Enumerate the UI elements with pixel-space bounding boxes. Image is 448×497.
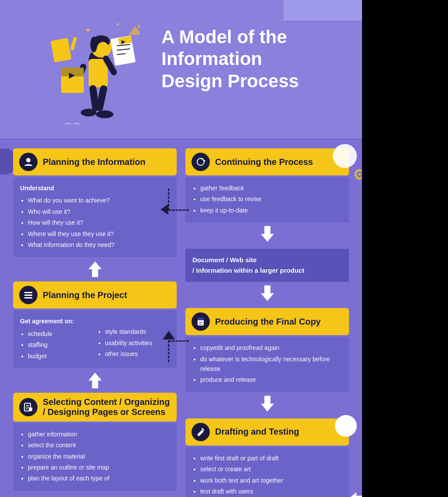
list-item: prepare an outline or site map	[28, 463, 170, 472]
step-header-final-copy: Producing the Final Copy	[185, 308, 349, 335]
list-item: What information do they need?	[28, 240, 170, 250]
step-header-selecting: Selecting Content / Organizing / Designi…	[13, 393, 177, 422]
project-list-2: style standards usability activities oth…	[97, 327, 170, 359]
list-item: budget	[28, 351, 93, 361]
understand-label: Understand	[20, 183, 170, 193]
drafting-list: write first draft or part of draft selec…	[192, 453, 342, 497]
final-copy-title: Producing the Final Copy	[215, 317, 321, 327]
list-item: copyedit and proofread again	[200, 343, 342, 353]
list-item: schedule	[28, 329, 93, 339]
list-item: select or create art	[200, 464, 342, 474]
svg-text:⌒: ⌒	[63, 122, 73, 131]
list-item: plan the layout of each type of	[28, 473, 170, 483]
list-item: gather information	[28, 429, 170, 439]
list-item: other issues	[105, 349, 170, 359]
list-item: keep it up-to-date	[200, 206, 342, 215]
final-copy-list: copyedit and proofread again do whatever…	[192, 343, 342, 385]
step-header-drafting: Drafting and Testing	[185, 418, 349, 446]
content-area: Planning the Information Understand What…	[0, 140, 362, 497]
svg-marker-43	[261, 285, 274, 301]
dashed-line-v-2	[168, 340, 169, 362]
list-item: organize the material	[28, 452, 170, 461]
svg-rect-1	[70, 37, 77, 50]
drafting-icon	[192, 423, 210, 441]
svg-text:✦: ✦	[85, 27, 91, 34]
svg-marker-42	[261, 226, 274, 242]
list-item: staffing	[28, 340, 93, 350]
continuing-title: Continuing the Process	[215, 157, 313, 167]
svg-marker-3	[129, 26, 140, 35]
main-title: A Model of the Information Design Proces…	[161, 26, 349, 92]
svg-rect-39	[29, 408, 32, 411]
project-list-cols: Get agreement on: schedule staffing budg…	[20, 316, 170, 362]
svg-marker-34	[89, 373, 102, 388]
header-section: ⚙	[0, 0, 362, 140]
svg-text:✦: ✦	[116, 21, 120, 27]
document-text: Document / Web site / Information within…	[192, 255, 342, 276]
svg-text:▶: ▶	[69, 71, 75, 79]
arrow-down-2	[13, 373, 177, 388]
planning-info-title: Planning the Information	[43, 157, 146, 167]
step-header-planning-info: Planning the Information	[13, 148, 177, 175]
selecting-list: gather information select the content or…	[20, 429, 170, 483]
svg-rect-33	[24, 297, 32, 298]
step-header-continuing: Continuing the Process	[185, 148, 349, 175]
svg-point-29	[26, 158, 31, 162]
step-header-planning-project: Planning the Project	[13, 281, 177, 308]
continuing-list: gather feedback use feedback to revise k…	[192, 183, 342, 215]
svg-point-23	[81, 109, 96, 117]
circle-white-drafting	[335, 415, 357, 437]
list-item: test draft with users	[200, 487, 342, 496]
planning-info-content: Understand What do you want to achieve? …	[13, 177, 177, 257]
arrow-up-1	[185, 226, 349, 245]
arrow-up-2	[185, 285, 349, 305]
continuing-content: gather feedback use feedback to revise k…	[185, 177, 349, 223]
svg-marker-30	[89, 261, 102, 277]
planning-info-list: What do you want to achieve? Who will us…	[20, 195, 170, 250]
list-item: select the content	[28, 440, 170, 450]
svg-point-7	[90, 37, 97, 52]
planning-info-icon	[19, 153, 38, 171]
arrow-up-3	[185, 396, 349, 415]
list-item: Where will they use they use it?	[28, 229, 170, 239]
planning-project-content: Get agreement on: schedule staffing budg…	[13, 310, 177, 368]
dashed-line-h-2	[169, 340, 189, 342]
circle-white-top-right	[333, 144, 357, 168]
get-agreement-label: Get agreement on:	[20, 316, 93, 326]
main-layout: Planning the Information Understand What…	[13, 148, 349, 497]
list-item: produce and release	[200, 375, 342, 384]
list-item: gather feedback	[200, 183, 342, 193]
list-item: Who will use it?	[28, 207, 170, 216]
selecting-title: Selecting Content / Organizing / Designi…	[43, 397, 171, 417]
continuing-icon	[192, 153, 210, 171]
svg-rect-31	[24, 292, 32, 293]
svg-rect-45	[198, 318, 204, 320]
svg-text:⌒: ⌒	[72, 122, 82, 131]
planning-project-icon	[19, 286, 38, 304]
arrow-up-triangle	[163, 331, 175, 339]
svg-point-24	[96, 110, 113, 118]
list-item: work both text and art together	[200, 476, 342, 485]
list-item: style standards	[105, 327, 170, 336]
selecting-content: gather information select the content or…	[13, 423, 177, 491]
planning-project-title: Planning the Project	[43, 290, 127, 300]
list-item: write first draft or part of draft	[200, 453, 342, 463]
project-list-1: schedule staffing budget	[20, 329, 93, 361]
svg-point-8	[97, 42, 109, 56]
project-col-right: style standards usability activities oth…	[97, 316, 170, 362]
svg-marker-51	[349, 492, 362, 497]
selecting-icon	[19, 398, 38, 416]
list-item: What do you want to achieve?	[28, 195, 170, 205]
document-box: Document / Web site / Information within…	[185, 249, 349, 282]
right-column: Continuing the Process gather feedback u…	[185, 148, 349, 497]
list-item: How will they use it?	[28, 218, 170, 227]
left-column: Planning the Information Understand What…	[13, 148, 177, 497]
svg-marker-41	[203, 160, 205, 162]
svg-point-50	[202, 428, 203, 430]
svg-rect-32	[24, 295, 32, 296]
svg-rect-9	[89, 59, 108, 87]
svg-marker-48	[261, 396, 274, 411]
final-copy-content: copyedit and proofread again do whatever…	[185, 337, 349, 392]
illustration-figure: ▶ ▶ ✦ ✦ ⌒ ⌒	[17, 13, 153, 135]
arrow-left-1	[161, 204, 168, 215]
